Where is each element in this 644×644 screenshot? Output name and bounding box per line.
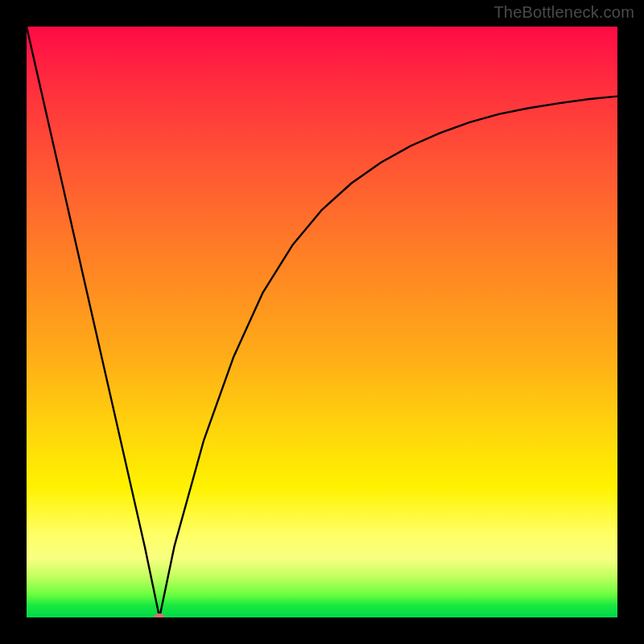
plot-area [27,27,617,617]
chart-frame: TheBottleneck.com [0,0,644,644]
bottleneck-curve [27,27,617,617]
minimum-marker-icon [154,613,165,617]
watermark-text: TheBottleneck.com [493,3,634,22]
